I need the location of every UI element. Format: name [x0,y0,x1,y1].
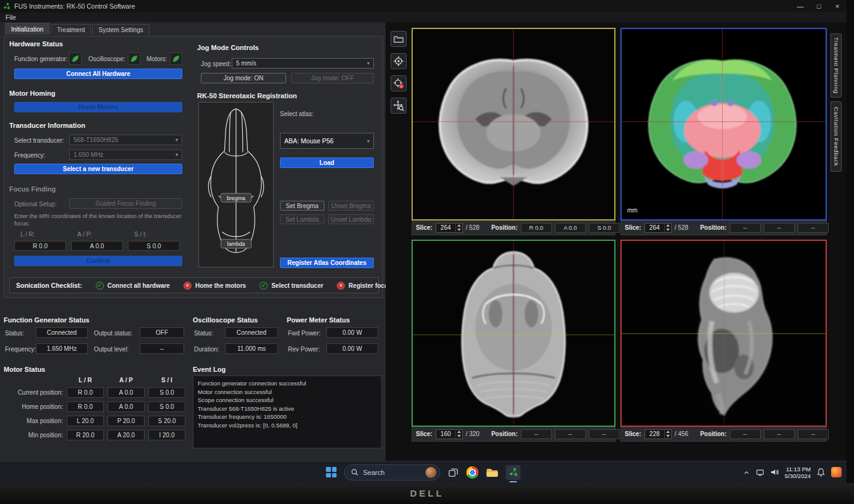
function-generator-status-title: Function Generator Status [4,316,90,324]
position-value: S 0.0 [589,223,620,233]
position-value: A 0.0 [555,223,586,233]
jog-mode-off-button[interactable]: Jog mode: OFF [291,73,374,83]
notification-bell-icon[interactable] [816,468,826,477]
sagittal-mri-canvas[interactable] [620,240,827,427]
position-value: -- [764,223,795,233]
jog-mode-on-button[interactable]: Jog mode: ON [201,73,286,83]
table-cell: S 20.0 [148,416,185,426]
fus-app-icon[interactable] [506,465,521,480]
spinner-up-icon[interactable] [456,224,462,228]
coronal-mri-image [413,29,614,219]
frequency-select-value: 1.650 MHz [74,151,103,158]
skull-diagram: bregma lambda [198,102,274,267]
tab-initialization[interactable]: Initialization [5,23,49,35]
slice-number-input[interactable]: 228 [645,429,672,439]
check-circle-icon: ✓ [96,282,104,290]
position-value: -- [798,429,829,439]
table-cell: R 0.0 [67,387,104,398]
tab-system-settings[interactable]: System Settings [92,24,149,35]
spinner-up-icon[interactable] [665,224,671,228]
slice-number-input[interactable]: 264 [645,223,672,233]
checklist-item: ✓ Connect all hardware [96,282,170,290]
chrome-icon[interactable] [467,466,479,479]
horizontal-mri-canvas[interactable] [412,240,615,427]
hidden-icons-chevron-icon[interactable] [743,469,750,476]
spinner-down-icon[interactable] [665,434,671,439]
spinner-down-icon[interactable] [665,228,671,232]
slice-number-input[interactable]: 264 [436,223,463,233]
fg-frequency-label: Frequency: [5,346,36,353]
home-motors-button[interactable]: Home Motors [14,102,182,112]
set-bregma-button[interactable]: Set Bregma [280,201,324,211]
fg-status-value: Connected [36,327,88,338]
menu-file[interactable]: File [0,14,22,21]
minimize-icon[interactable]: — [791,0,810,12]
position-value: -- [730,223,761,233]
maximize-icon[interactable]: □ [810,0,828,12]
spinner-down-icon[interactable] [456,228,462,232]
close-icon[interactable]: × [828,0,847,12]
set-lambda-button[interactable]: Set Lambda [280,214,324,224]
search-input[interactable]: Search [344,464,441,481]
slice-number-input[interactable]: 160 [436,429,463,439]
connect-all-hardware-button[interactable]: Connect All Hardware [14,69,182,79]
unset-lambda-button[interactable]: Unset Lambda [328,214,374,224]
focus-instruction: Enter the MRI coordinates of the known l… [14,212,186,227]
crosshair-disabled-button[interactable]: × [391,75,407,91]
spinner-up-icon[interactable] [456,430,462,434]
display-icon[interactable] [756,468,764,477]
register-atlas-coordinates-button[interactable]: Register Atlas Coordinates [280,258,374,268]
pan-zoom-button[interactable] [391,98,407,114]
event-log-title: Event Log [193,366,226,373]
sonication-checklist: Sonication Checklist: ✓ Connect all hard… [9,277,379,293]
sonication-checklist-title: Sonication Checklist: [16,282,82,289]
slice-bar: Slice: 264 / 528 Position: R 0.0 A 0.0 S… [412,220,615,235]
load-atlas-button[interactable]: Load [280,158,374,168]
coronal-atlas-canvas[interactable]: mm [620,28,827,220]
tab-treatment-planning[interactable]: Treatment Planning [831,33,842,98]
rev-power-value: 0.00 W [326,343,378,354]
slice-value: 264 [645,224,664,232]
motors-leaf-icon [170,52,182,65]
slice-value: 160 [436,430,455,439]
table-cell: I 20.0 [148,430,185,440]
lr-coordinate-field[interactable]: R 0.0 [14,241,66,251]
open-folder-button[interactable] [391,31,407,47]
crosshair-target-button[interactable] [391,53,407,69]
file-explorer-icon[interactable] [486,466,499,479]
task-view-icon[interactable] [448,467,459,478]
spinner-up-icon[interactable] [665,430,671,434]
fg-output-level-label: Output level: [94,346,129,353]
volume-icon[interactable] [770,468,779,477]
coronal-mri-canvas[interactable] [412,28,615,220]
confirm-button[interactable]: Confirm [14,256,182,266]
transducer-select[interactable]: 568-T1650H825 ▾ [69,135,182,145]
fg-output-level-value: -- [140,343,184,354]
tab-treatment[interactable]: Treatment [51,24,91,35]
slice-bar: Slice: 160 / 320 Position: -- -- -- [412,427,615,442]
position-value: -- [555,429,586,439]
si-coordinate-field[interactable]: S 0.0 [128,241,180,251]
unset-bregma-button[interactable]: Unset Bregma [328,201,374,211]
frequency-select[interactable]: 1.650 MHz ▾ [69,149,182,160]
menubar: File [0,12,847,22]
select-new-transducer-button[interactable]: Select a new transducer [14,164,182,174]
transducer-information-title: Transducer Information [9,122,85,129]
windows-start-icon[interactable] [326,467,337,477]
position-value: -- [589,429,620,439]
table-cell: S 0.0 [148,387,185,398]
clock-date: 5/30/2024 [785,472,811,479]
tray-app-icon[interactable] [831,467,842,477]
tab-cavitation-feedback[interactable]: Cavitation Feedback [831,101,842,172]
guided-focus-finding-button[interactable]: Guided Focus Finding [69,198,182,209]
spinner-down-icon[interactable] [456,434,462,439]
motor-homing-title: Motor Homing [9,90,56,97]
taskbar-clock[interactable]: 11:13 PM 5/30/2024 [785,466,811,479]
fwd-power-label: Fwd Power: [288,330,321,337]
viewport-coronal-mri: Slice: 264 / 528 Position: R 0.0 A 0.0 S… [412,28,615,235]
tab-strip: Initialization Treatment System Settings [5,24,150,35]
jog-speed-select[interactable]: 5 mm/s ▾ [232,58,374,69]
scope-duration-label: Duration: [194,346,219,353]
ap-coordinate-field[interactable]: A 0.0 [71,241,123,251]
atlas-select[interactable]: ABA: Mouse P56 ▾ [280,133,374,149]
